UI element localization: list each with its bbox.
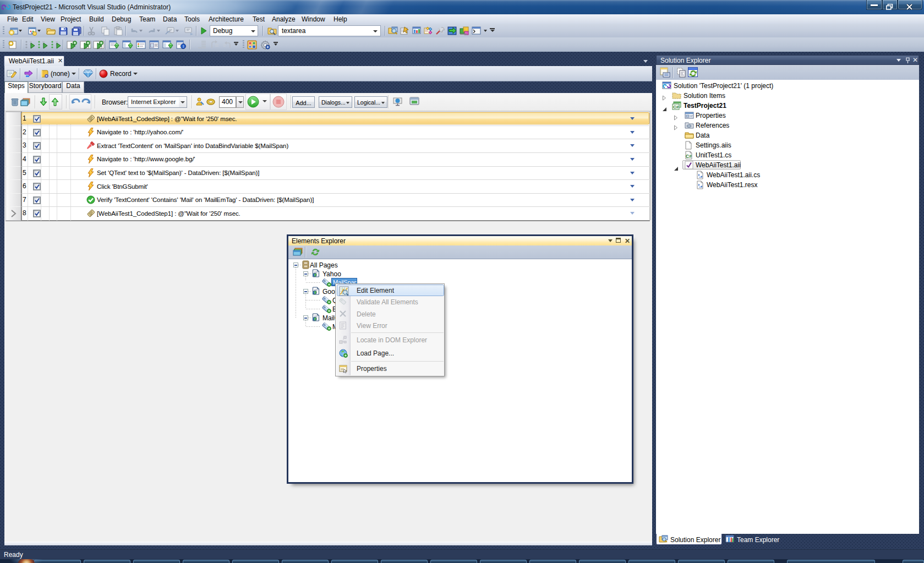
- svg-text:C#: C#: [673, 105, 679, 110]
- svg-text:!: !: [183, 44, 184, 49]
- svg-text:C#: C#: [686, 154, 692, 159]
